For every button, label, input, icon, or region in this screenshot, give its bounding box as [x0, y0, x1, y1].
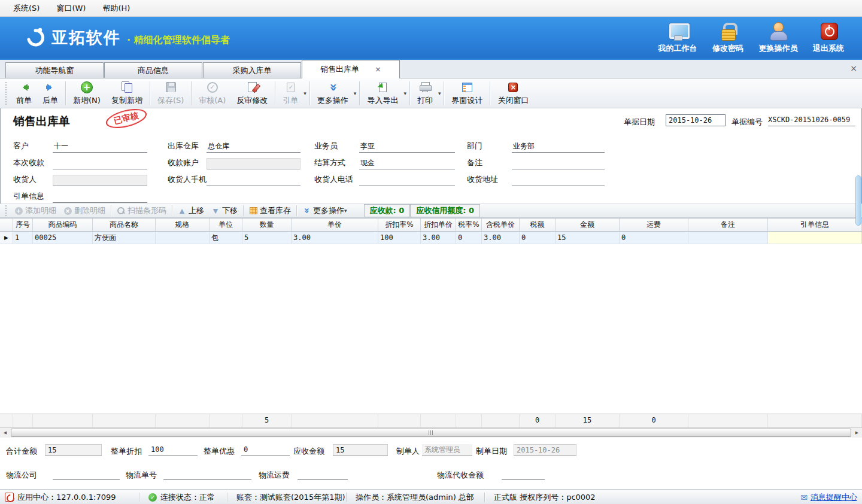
col-header[interactable]: 运费 [620, 218, 688, 232]
separator [444, 81, 444, 105]
switch-operator-button[interactable]: 更换操作员 [753, 22, 803, 54]
double-chevron-down-icon [326, 81, 340, 94]
audit-button[interactable]: 审核(A) [193, 80, 231, 107]
col-header[interactable]: 数量 [242, 218, 292, 232]
ui-design-button[interactable]: 界面设计 [446, 80, 488, 107]
menu-system[interactable]: 系统(S) [6, 1, 47, 16]
more-actions-button[interactable]: 更多操作 [312, 80, 354, 107]
doc-discount-field[interactable]: 100 [148, 444, 198, 456]
copy-icon [120, 81, 134, 94]
exit-system-button[interactable]: 退出系统 [803, 22, 854, 54]
dropdown-arrow-icon[interactable]: ▾ [438, 90, 441, 96]
consignee-mobile-field[interactable] [207, 175, 301, 186]
unaudit-edit-button[interactable]: 反审修改 [231, 80, 273, 107]
tabstrip-close-icon[interactable]: × [850, 63, 857, 73]
dropdown-arrow-icon[interactable]: ▾ [354, 90, 357, 96]
col-header[interactable]: 商品名称 [93, 218, 156, 232]
receipt-account-field [207, 158, 301, 169]
consignee-phone-field[interactable] [359, 175, 455, 186]
col-header[interactable]: 税额 [520, 218, 556, 232]
cell: 0 [456, 232, 482, 244]
tab-function-nav[interactable]: 功能导航窗 [5, 62, 104, 78]
tab-purchase-inbound[interactable]: 采购入库单 [203, 62, 301, 78]
maker-field: 系统管理员 [422, 444, 472, 456]
ref-order-field[interactable] [53, 192, 147, 203]
doc-no-field[interactable]: XSCKD-20151026-0059 [768, 114, 855, 126]
message-center-link[interactable]: 消息提醒中心 [811, 492, 857, 503]
menu-window[interactable]: 窗口(W) [49, 1, 93, 16]
save-button[interactable]: 保存(S) [152, 80, 189, 107]
red-close-icon [506, 81, 520, 94]
page-title: 销售出库单 [13, 114, 70, 129]
cell: 00025 [33, 232, 93, 244]
vertical-scrollbar-thumb[interactable] [855, 175, 861, 226]
power-icon [818, 22, 839, 41]
dropdown-arrow-icon[interactable]: ▾ [403, 90, 406, 96]
copy-new-button[interactable]: 复制新增 [106, 80, 148, 107]
tab-sales-outbound[interactable]: 销售出库单× [302, 60, 400, 78]
col-header[interactable]: 含税单价 [482, 218, 520, 232]
separator [359, 81, 360, 105]
brand-slogan: · 精细化管理软件倡导者 [127, 34, 230, 47]
add-detail-button[interactable]: 添加明细 [11, 205, 60, 216]
import-export-button[interactable]: 导入导出 [362, 80, 403, 107]
remark-field[interactable] [512, 158, 605, 169]
logistics-no-field[interactable] [163, 468, 251, 480]
tab-close-icon[interactable]: × [375, 65, 381, 74]
printer-icon [418, 81, 432, 94]
doc-date-input[interactable]: 2015-10-26 [666, 114, 726, 126]
col-header[interactable]: 税率% [456, 218, 482, 232]
new-button[interactable]: 新增(N) [68, 80, 106, 107]
col-header[interactable]: 规格 [156, 218, 210, 232]
detail-more-actions-button[interactable]: 更多操作▾ [299, 205, 352, 216]
dropdown-arrow-icon[interactable]: ▾ [303, 90, 306, 96]
scroll-right-icon[interactable]: ▶ [852, 429, 861, 438]
salesman-label: 业务员 [314, 141, 359, 153]
scan-barcode-button[interactable]: 扫描条形码 [113, 205, 170, 216]
address-field[interactable] [512, 175, 605, 186]
col-header[interactable]: 单位 [210, 218, 242, 232]
pull-order-button[interactable]: 引单 [277, 80, 303, 107]
col-header[interactable]: 单价 [292, 218, 378, 232]
horizontal-scrollbar-thumb[interactable] [11, 429, 851, 437]
plus-circle-icon [80, 81, 94, 94]
salesman-field[interactable]: 李亚 [359, 141, 455, 153]
col-header[interactable]: 商品编码 [33, 218, 93, 232]
scroll-left-icon[interactable]: ◀ [1, 429, 10, 438]
logistics-company-field[interactable] [53, 468, 120, 480]
brand-logo-icon [24, 26, 47, 49]
department-field[interactable]: 业务部 [512, 141, 605, 153]
logistics-cod-field[interactable] [502, 468, 545, 480]
prev-doc-button[interactable]: 前单 [11, 80, 37, 107]
print-button[interactable]: 打印 [412, 80, 438, 107]
settlement-field[interactable]: 现金 [359, 158, 455, 169]
next-doc-button[interactable]: 后单 [37, 80, 63, 107]
col-header[interactable]: 折扣率% [378, 218, 421, 232]
workbench-button[interactable]: 我的工作台 [652, 22, 703, 54]
app-logo-small-icon [5, 493, 14, 502]
close-window-button[interactable]: 关闭窗口 [492, 80, 534, 107]
doc-allowance-field[interactable]: 0 [241, 444, 290, 456]
change-password-button[interactable]: 修改密码 [703, 22, 753, 54]
logistics-fee-field[interactable] [298, 468, 348, 480]
separator [150, 81, 150, 105]
col-header[interactable]: 金额 [556, 218, 620, 232]
col-header[interactable]: 备注 [688, 218, 768, 232]
col-header[interactable]: 引单信息 [768, 218, 862, 232]
tab-product-info[interactable]: 商品信息 [104, 62, 202, 78]
delete-detail-button[interactable]: 删除明细 [60, 205, 109, 216]
grid-summary-row: 5 0 15 0 [0, 414, 862, 427]
separator [275, 81, 275, 105]
payment-now-label: 本次收款 [13, 157, 53, 169]
table-row[interactable]: ▶ 1 00025 方便面 包 5 3.00 100 3.00 0 3.00 0… [0, 232, 862, 244]
payment-now-field[interactable] [53, 158, 147, 169]
view-stock-button[interactable]: 查看库存 [245, 205, 295, 216]
col-header[interactable]: 折扣单价 [421, 218, 456, 232]
col-header[interactable]: 序号 [13, 218, 33, 232]
menu-help[interactable]: 帮助(H) [95, 1, 137, 16]
move-up-button[interactable]: ▲上移 [174, 205, 208, 216]
move-down-button[interactable]: ▼下移 [208, 205, 241, 216]
customer-field[interactable]: 十一 [53, 141, 147, 153]
warehouse-field[interactable]: 总仓库 [207, 141, 301, 153]
footer-form: 合计金额 15 整单折扣 100 整单优惠 0 应收金额 15 制单人 系统管理… [0, 438, 862, 489]
